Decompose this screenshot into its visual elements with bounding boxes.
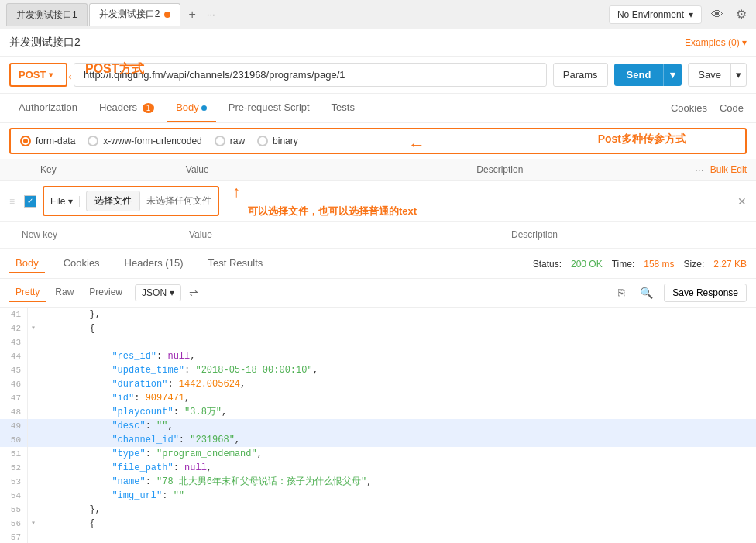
- code-line: 55 },: [0, 503, 756, 517]
- tab-tests[interactable]: Tests: [322, 94, 364, 122]
- tab-parallel-1[interactable]: 并发测试接口1: [6, 3, 88, 26]
- key-column-header: Key: [40, 164, 186, 175]
- more-options-button[interactable]: ···: [695, 163, 704, 176]
- raw-tab[interactable]: Raw: [49, 284, 80, 302]
- fold-icon: [28, 335, 39, 349]
- fold-icon: [28, 489, 39, 503]
- response-body-tab[interactable]: Body: [9, 254, 45, 273]
- cookies-link[interactable]: Cookies: [668, 95, 710, 122]
- form-data-option[interactable]: form-data: [20, 136, 75, 146]
- code-line: 50 "channel_id": "231968",: [0, 433, 756, 447]
- code-content: "name": "78 北大男6年末和父母说话：孩子为什么恨父母",: [39, 475, 372, 489]
- code-content: {: [39, 517, 95, 531]
- row-checkbox[interactable]: ✓: [24, 195, 36, 208]
- new-key-input[interactable]: [19, 226, 180, 243]
- response-cookies-tab[interactable]: Cookies: [57, 254, 106, 273]
- binary-option[interactable]: binary: [257, 136, 298, 146]
- tab-headers[interactable]: Headers 1: [90, 94, 163, 122]
- urlencoded-option[interactable]: x-www-form-urlencoded: [88, 136, 201, 146]
- tab-authorization[interactable]: Authorization: [9, 94, 87, 122]
- status-value: 200 OK: [571, 259, 603, 270]
- file-type-caret-icon: ▾: [68, 196, 73, 207]
- line-number: 54: [0, 489, 28, 503]
- tab-prerequest[interactable]: Pre-request Script: [219, 94, 319, 122]
- binary-label: binary: [273, 136, 298, 146]
- size-label: Size:: [684, 259, 705, 270]
- code-content: "duration": 1442.005624,: [39, 377, 246, 391]
- code-content: "playcount": "3.8万",: [39, 405, 227, 419]
- wrap-icon-button[interactable]: ⇌: [184, 285, 203, 301]
- send-button[interactable]: Send ▾: [614, 64, 682, 86]
- new-value-input[interactable]: [186, 226, 502, 243]
- settings-icon-button[interactable]: ⚙: [733, 5, 750, 23]
- desc-column-header: Description: [476, 164, 695, 175]
- form-data-label: form-data: [36, 136, 75, 146]
- bulk-edit-link[interactable]: Bulk Edit: [710, 164, 747, 175]
- code-line: 45 "update_time": "2018-05-18 00:00:10",: [0, 363, 756, 377]
- line-number: 53: [0, 475, 28, 489]
- request-name-bar: 并发测试接口2 Examples (0) ▾: [0, 29, 756, 57]
- more-tabs-button[interactable]: ···: [204, 9, 218, 20]
- code-content: },: [39, 503, 101, 517]
- code-line: 44 "res_id": null,: [0, 349, 756, 363]
- save-response-button[interactable]: Save Response: [664, 284, 747, 302]
- urlencoded-label: x-www-form-urlencoded: [103, 136, 201, 146]
- form-data-radio[interactable]: [20, 136, 31, 146]
- fold-icon: [28, 391, 39, 405]
- binary-radio[interactable]: [257, 136, 268, 146]
- add-tab-button[interactable]: +: [182, 8, 201, 22]
- pretty-tab[interactable]: Pretty: [9, 284, 46, 302]
- code-line: 57: [0, 531, 756, 543]
- fold-icon: [28, 377, 39, 391]
- format-bar: Pretty Raw Preview JSON ▾ ⇌ ⎘ 🔍 Save Res…: [0, 279, 756, 308]
- save-caret-icon[interactable]: ▾: [730, 64, 746, 86]
- preview-tab[interactable]: Preview: [83, 284, 129, 302]
- environment-selector[interactable]: No Environment ▾: [609, 5, 702, 24]
- code-content: "update_time": "2018-05-18 00:00:10",: [39, 363, 318, 377]
- code-line: 56▾ {: [0, 517, 756, 531]
- tab-body[interactable]: Body: [167, 94, 216, 122]
- method-label: POST: [19, 69, 46, 81]
- url-input[interactable]: [74, 63, 547, 87]
- line-number: 50: [0, 433, 28, 447]
- file-upload-row: ≡ ✓ File ▾ 选择文件 未选择任何文件 ✕: [0, 181, 756, 222]
- fold-icon[interactable]: ▾: [28, 321, 39, 335]
- send-caret-icon[interactable]: ▾: [663, 64, 682, 86]
- copy-icon-button[interactable]: ⎘: [613, 285, 629, 301]
- tab-parallel-2[interactable]: 并发测试接口2: [89, 3, 181, 26]
- examples-link[interactable]: Examples (0) ▾: [685, 37, 747, 48]
- file-type-selector[interactable]: File ▾: [50, 196, 80, 207]
- format-selector[interactable]: JSON ▾: [135, 284, 181, 301]
- response-test-results-tab[interactable]: Test Results: [201, 254, 269, 273]
- fold-icon: [28, 433, 39, 447]
- new-desc-input[interactable]: [508, 226, 747, 243]
- fold-icon: [28, 308, 39, 321]
- nav-tabs: Authorization Headers 1 Body Pre-request…: [0, 94, 756, 123]
- line-number: 56: [0, 517, 28, 531]
- remove-row-button[interactable]: ✕: [737, 195, 747, 208]
- method-selector[interactable]: POST ▾: [9, 63, 67, 87]
- raw-option[interactable]: raw: [215, 136, 245, 146]
- fold-icon: [28, 447, 39, 461]
- line-number: 42: [0, 321, 28, 335]
- line-number: 44: [0, 349, 28, 363]
- env-label: No Environment: [617, 9, 684, 20]
- code-line: 48 "playcount": "3.8万",: [0, 405, 756, 419]
- code-line: 49 "desc": "",: [0, 419, 756, 433]
- fold-icon[interactable]: ▾: [28, 517, 39, 531]
- code-link[interactable]: Code: [716, 95, 747, 122]
- save-button[interactable]: Save ▾: [688, 63, 747, 87]
- line-number: 52: [0, 461, 28, 475]
- response-headers-tab[interactable]: Headers (15): [119, 254, 190, 273]
- choose-file-button[interactable]: 选择文件: [86, 191, 140, 211]
- fold-icon: [28, 531, 39, 543]
- params-button[interactable]: Params: [553, 63, 608, 87]
- eye-icon-button[interactable]: 👁: [708, 6, 727, 23]
- search-icon-button[interactable]: 🔍: [635, 285, 658, 301]
- raw-radio[interactable]: [215, 136, 225, 146]
- header-actions: ··· Bulk Edit: [695, 163, 747, 176]
- code-line: 42▾ {: [0, 321, 756, 335]
- code-line: 46 "duration": 1442.005624,: [0, 377, 756, 391]
- urlencoded-radio[interactable]: [88, 136, 98, 146]
- line-number: 46: [0, 377, 28, 391]
